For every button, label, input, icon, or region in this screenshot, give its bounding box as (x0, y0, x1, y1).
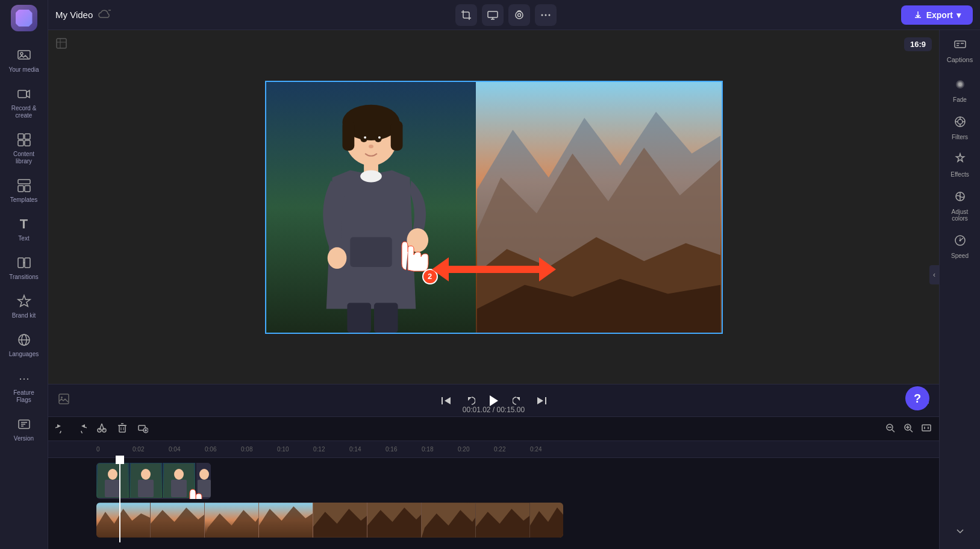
svg-rect-46 (373, 303, 398, 333)
sidebar-item-version[interactable]: Version (2, 411, 46, 447)
timeline-ruler: 0 0:02 0:04 0:06 0:08 0:10 0:12 0:14 0:1… (48, 441, 939, 458)
svg-point-25 (517, 13, 520, 16)
svg-marker-60 (537, 397, 543, 404)
character-layer: 2 (266, 82, 480, 333)
zoom-out-button[interactable] (882, 420, 898, 438)
timeline-tracks: 1 (48, 458, 939, 542)
svg-point-24 (516, 11, 523, 19)
svg-rect-67 (119, 425, 125, 432)
top-bar: My Video (48, 0, 980, 30)
filters-label: Filters (952, 134, 968, 140)
aspect-ratio-badge[interactable]: 16:9 (904, 37, 932, 51)
record-icon (16, 86, 33, 102)
track-thumb-1 (96, 463, 130, 498)
svg-point-93 (174, 469, 184, 480)
sidebar-item-record-label: Record &create (11, 105, 37, 119)
svg-rect-83 (922, 425, 931, 431)
filters-icon (953, 115, 967, 131)
svg-marker-56 (468, 397, 472, 401)
svg-rect-7 (18, 180, 30, 184)
main-content: My Video (48, 0, 980, 549)
video-and-right: 16:9 (48, 30, 980, 549)
svg-marker-55 (445, 397, 451, 404)
svg-marker-57 (490, 395, 498, 406)
captions-icon (953, 37, 967, 54)
svg-marker-58 (516, 397, 520, 401)
brand-icon (16, 293, 33, 310)
sidebar-item-version-label: Version (14, 435, 34, 442)
crop-button[interactable] (455, 4, 477, 26)
content-library-icon (16, 131, 33, 148)
add-clip-button[interactable] (135, 420, 151, 438)
svg-rect-21 (488, 11, 498, 17)
right-item-filters[interactable]: Filters (942, 110, 978, 145)
zoom-in-button[interactable] (900, 420, 916, 438)
sidebar-item-feature-flags[interactable]: ⋯ FeatureFlags (2, 365, 46, 409)
sidebar-item-content-library[interactable]: Contentlibrary (2, 127, 46, 170)
transitions-icon (16, 254, 33, 271)
effects-label: Effects (950, 171, 969, 178)
skip-to-end-button[interactable] (531, 391, 552, 411)
svg-rect-34 (390, 121, 402, 151)
svg-rect-11 (25, 258, 30, 268)
delete-button[interactable] (114, 420, 130, 438)
video-area: 16:9 (48, 30, 939, 549)
right-item-fade[interactable]: Fade (942, 73, 978, 108)
more-options-button[interactable] (535, 4, 557, 26)
character-track[interactable]: 1 (96, 463, 211, 499)
collapse-panel-button[interactable] (954, 525, 966, 544)
help-button[interactable]: ? (905, 386, 929, 410)
sidebar-item-transitions[interactable]: Transitions (2, 249, 46, 286)
title-area: My Video (55, 8, 111, 22)
svg-point-38 (378, 136, 380, 139)
camera-button[interactable] (508, 4, 530, 26)
screen-record-button[interactable] (482, 4, 504, 26)
ruler-marks: 0 0:02 0:04 0:06 0:08 0:10 0:12 0:14 0:1… (96, 441, 939, 457)
fit-timeline-button[interactable] (919, 420, 934, 438)
sidebar-item-templates[interactable]: Templates (2, 172, 46, 209)
cut-button[interactable] (94, 420, 110, 438)
svg-point-1 (20, 52, 23, 55)
cloud-save-icon[interactable] (98, 8, 111, 22)
sidebar-item-text[interactable]: T Text (2, 211, 46, 247)
sidebar-item-your-media[interactable]: Your media (2, 42, 46, 78)
playhead[interactable] (119, 458, 120, 542)
svg-rect-4 (25, 134, 30, 139)
app-logo[interactable] (11, 5, 37, 31)
export-button[interactable]: Export ▾ (901, 5, 973, 25)
right-panel-collapse-button[interactable]: ‹ (929, 265, 939, 284)
project-title: My Video (55, 10, 93, 20)
timeline-zoom-controls (882, 420, 934, 438)
captions-label: Captions (944, 54, 975, 66)
sidebar-item-languages-label: Languages (9, 351, 39, 358)
svg-point-39 (369, 145, 373, 148)
landscape-layer (476, 82, 722, 333)
sidebar-item-languages[interactable]: Languages (2, 327, 46, 363)
canvas-container[interactable]: 16:9 (48, 30, 939, 384)
left-sidebar: Your media Record &create Contentlibrary (0, 0, 48, 549)
skip-to-start-button[interactable] (436, 391, 457, 411)
svg-rect-91 (138, 480, 154, 497)
landscape-track[interactable] (96, 503, 563, 538)
sidebar-item-record-create[interactable]: Record &create (2, 81, 46, 124)
svg-rect-10 (18, 258, 23, 268)
sidebar-item-text-label: Text (18, 235, 29, 242)
svg-point-122 (958, 83, 962, 86)
video-canvas[interactable]: 2 (265, 81, 723, 334)
image-overlay-button[interactable] (58, 393, 70, 408)
svg-rect-6 (25, 140, 30, 146)
right-item-effects[interactable]: Effects (942, 148, 978, 183)
svg-point-87 (108, 469, 117, 480)
undo-button[interactable] (53, 420, 69, 438)
right-item-speed[interactable]: Speed (942, 229, 978, 264)
landscape-track-thumbs (96, 503, 563, 538)
svg-rect-41 (350, 237, 392, 267)
sidebar-item-brand-kit[interactable]: Brand kit (2, 288, 46, 324)
right-item-adjust-colors[interactable]: Adjustcolors (942, 185, 978, 227)
playhead-marker (116, 456, 124, 464)
drag-arrow-annotation (432, 257, 556, 281)
timeline: 0 0:02 0:04 0:06 0:08 0:10 0:12 0:14 0:1… (48, 416, 939, 549)
redo-button[interactable] (73, 420, 89, 438)
svg-point-37 (364, 136, 366, 139)
timeline-toolbar (48, 417, 939, 441)
